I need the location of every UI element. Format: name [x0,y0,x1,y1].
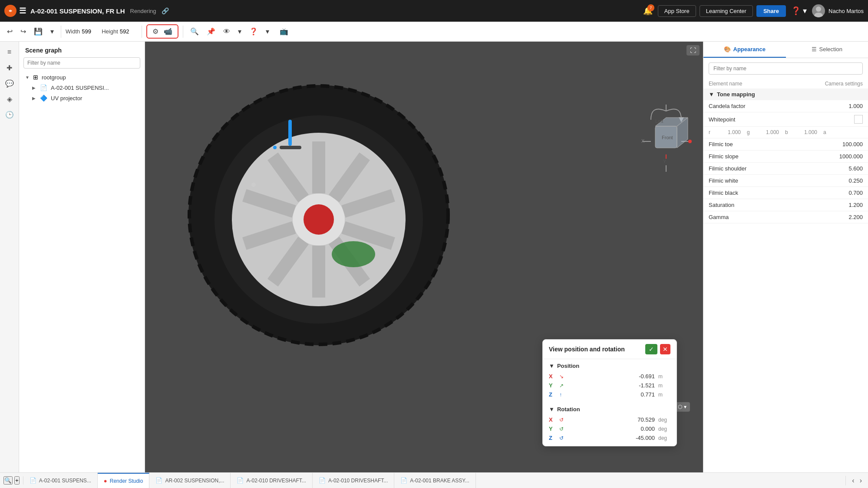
tab-driveshaft-1[interactable]: 📄 A-02-010 DRIVESHAFT... [231,473,312,488]
tree-item-uv-projector[interactable]: ▶ 🔷 UV projector [19,93,145,103]
app-store-button[interactable]: App Store [658,5,696,17]
save-button[interactable]: 💾 [31,26,45,37]
tab-doc-icon-4: 📄 [319,477,326,484]
tree-item-uv-label: UV projector [51,95,82,102]
appearance-tab-icon: 🎨 [724,46,731,52]
tab-render-studio-label: Render Studio [110,478,143,484]
tab-render-studio[interactable]: ● Render Studio [98,473,150,488]
search-tool-button[interactable]: 🔍 [188,26,201,37]
svg-point-31 [688,140,692,143]
position-z-row: Z ↑ 0.771 m [549,390,670,399]
cube-icon: ⬡ [678,404,682,410]
filmic-black-value: 0.700 [848,190,863,196]
svg-text:Y: Y [663,159,667,164]
position-x-row: X ↘ -0.691 m [549,372,670,381]
menu-icon[interactable]: ☰ [19,6,26,16]
share-button[interactable]: Share [756,5,786,17]
scene-graph-search-box [23,57,140,69]
rz-rotate-icon: ↺ [559,435,564,441]
pin-button[interactable]: 📌 [204,26,218,37]
tab-prev-button[interactable]: ‹ [849,476,857,485]
rotation-header[interactable]: ▼ Rotation [549,406,670,413]
viewport[interactable]: ⛶ Front [145,42,703,472]
redo-button[interactable]: ↪ [18,26,29,37]
position-header[interactable]: ▼ Position [549,363,670,369]
rx-axis-label: X [549,416,556,423]
position-section: ▼ Position X ↘ -0.691 m Y ↗ -1.521 m Z [543,359,677,403]
height-value: 592 [120,28,137,35]
viewport-controls: ⛶ [686,45,700,56]
camera-settings-label: Camera settings [825,81,863,87]
help-tool-button[interactable]: ❓ [247,26,261,37]
candela-factor-label: Candela factor [709,103,746,109]
height-group: Height 592 [102,28,137,35]
filmic-toe-row: Filmic toe 100.000 [703,138,868,151]
learning-center-button[interactable]: Learning Center [700,5,753,17]
tab-doc-icon-2: 📄 [155,477,162,484]
rotation-y-value: 0.000 [567,426,655,432]
saturation-label: Saturation [709,202,734,208]
chevron-right-icon-2: ▶ [32,96,38,101]
tree-item-suspension[interactable]: ▶ 📄 A-02-001 SUSPENSI... [19,82,145,93]
render-settings-button[interactable]: ⚙ [150,26,161,37]
filmic-shoulder-value: 5.600 [848,165,863,172]
whitepoint-color[interactable] [854,115,863,124]
right-panel: 🎨 Appearance ☰ Selection Element name Ca… [703,42,868,472]
filmic-shoulder-row: Filmic shoulder 5.600 [703,163,868,175]
screen-button[interactable]: 📺 [277,26,291,37]
filmic-white-label: Filmic white [709,177,738,184]
tab-next-button[interactable]: › [857,476,865,485]
rotation-y-row: Y ↺ 0.000 deg [549,424,670,433]
width-value: 599 [82,28,99,35]
filmic-slope-value: 1000.000 [839,153,863,160]
add-icon[interactable]: ✚ [3,61,17,75]
rotation-z-row: Z ↺ -45.000 deg [549,433,670,442]
scene-graph-search-input[interactable] [23,57,140,69]
rotation-section: ▼ Rotation X ↺ 70.529 deg Y ↺ 0.000 deg … [543,403,677,446]
notification-button[interactable]: 🔔 7 [641,4,654,17]
filmic-white-row: Filmic white 0.250 [703,175,868,187]
right-panel-filter-input[interactable] [709,62,863,75]
height-label: Height [102,28,118,35]
fullscreen-button[interactable]: ⛶ [686,45,700,56]
tone-mapping-header[interactable]: ▼ Tone mapping [703,88,868,100]
popup-ok-button[interactable]: ✓ [645,344,657,354]
tab-brake-assy[interactable]: 📄 A-02-001 BRAKE ASSY... [394,473,476,488]
comment-icon[interactable]: 💬 [3,76,17,90]
tab-driveshaft-2[interactable]: 📄 A-02-010 DRIVESHAFT... [313,473,394,488]
popup-cancel-button[interactable]: ✕ [660,344,670,354]
tab-selection[interactable]: ☰ Selection [786,42,868,58]
search-tab-button[interactable]: 🔍 [3,476,13,485]
scene-graph-title: Scene graph [19,42,145,57]
gamma-label: Gamma [709,214,729,220]
tab-doc-icon-1: 📄 [30,477,36,484]
rx-rotate-icon: ↺ [559,417,564,423]
tree-item-rootgroup[interactable]: ▼ ⊞ rootgroup [19,72,145,82]
logo-icon [4,5,17,17]
add-tab-button[interactable]: + [14,476,20,485]
overflow-button[interactable]: ▾ [263,26,272,37]
view-button[interactable]: 👁 [221,26,233,37]
undo-button[interactable]: ↩ [4,26,15,37]
filmic-black-label: Filmic black [709,190,738,196]
position-y-unit: m [658,383,670,389]
tab-appearance[interactable]: 🎨 Appearance [703,42,786,58]
filmic-slope-label: Filmic slope [709,153,739,160]
more-button[interactable]: ▾ [235,26,244,37]
bottom-bar: 🔍 + 📄 A-02-001 SUSPENS... ● Render Studi… [0,472,868,488]
history-icon[interactable]: 🕒 [3,108,17,121]
filmic-toe-value: 100.000 [842,141,863,147]
dropdown-button[interactable]: ▾ [48,26,56,37]
tab-ar002[interactable]: 📄 AR-002 SUSPENSION,... [149,473,231,488]
part-icon: 📄 [40,84,47,91]
svg-point-17 [304,204,334,235]
y-arrow-icon: ↗ [559,383,564,389]
help-button[interactable]: ❓ ▾ [789,4,809,17]
tab-doc-icon-3: 📄 [237,477,244,484]
render-video-button[interactable]: 📹 [161,26,175,37]
scene-graph-icon[interactable]: ≡ [3,45,17,59]
rotation-y-unit: deg [658,426,670,432]
material-icon[interactable]: ◈ [3,92,17,106]
tab-suspension-main[interactable]: 📄 A-02-001 SUSPENS... [23,473,98,488]
nav-cube[interactable]: Front Left Y X [638,102,694,177]
